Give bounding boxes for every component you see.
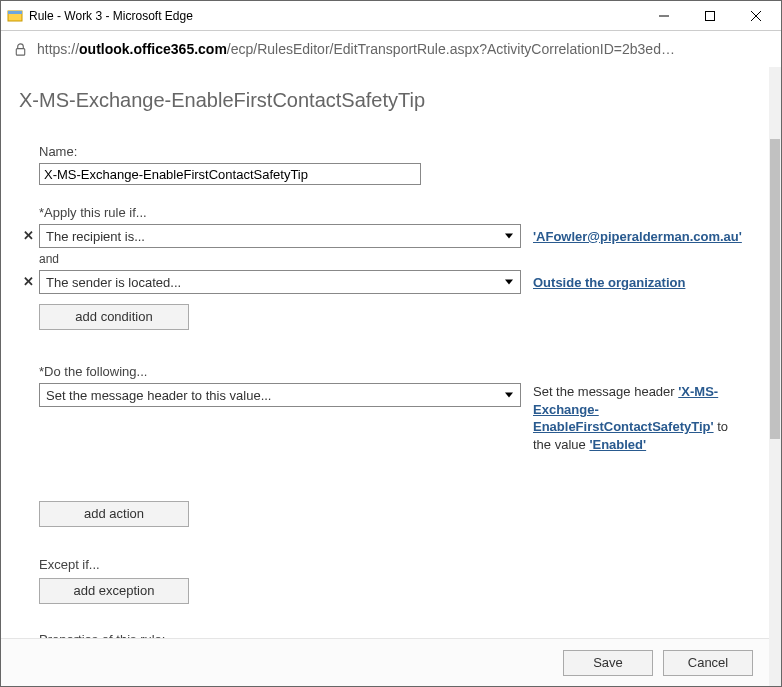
url-path: /ecp/RulesEditor/EditTransportRule.aspx?…	[227, 41, 675, 57]
window-minimize-button[interactable]	[641, 1, 687, 31]
dropdown-label: The sender is located...	[46, 275, 181, 290]
condition-row: ✕ The sender is located... Outside the o…	[39, 270, 747, 294]
page-title: X-MS-Exchange-EnableFirstContactSafetyTi…	[19, 89, 751, 112]
action-dropdown[interactable]: Set the message header to this value...	[39, 383, 521, 407]
save-button[interactable]: Save	[563, 650, 653, 676]
condition-dropdown-sender-location[interactable]: The sender is located...	[39, 270, 521, 294]
condition-value: 'AFowler@piperalderman.com.au'	[533, 229, 742, 244]
scrollbar-thumb[interactable]	[770, 139, 780, 439]
action-description: Set the message header 'X-MS-Exchange-En…	[533, 383, 747, 453]
svg-rect-6	[16, 48, 24, 55]
page-content: X-MS-Exchange-EnableFirstContactSafetyTi…	[1, 67, 769, 686]
apply-if-label: *Apply this rule if...	[39, 205, 747, 220]
condition-value-link[interactable]: 'AFowler@piperalderman.com.au'	[533, 229, 742, 244]
window-titlebar: Rule - Work 3 - Microsoft Edge	[1, 1, 781, 31]
address-bar: https://outlook.office365.com/ecp/RulesE…	[1, 31, 781, 67]
remove-condition-icon[interactable]: ✕	[21, 275, 35, 289]
svg-rect-1	[8, 11, 22, 14]
except-if-label: Except if...	[39, 557, 747, 572]
cancel-button[interactable]: Cancel	[663, 650, 753, 676]
window-maximize-button[interactable]	[687, 1, 733, 31]
remove-condition-icon[interactable]: ✕	[21, 229, 35, 243]
vertical-scrollbar[interactable]	[769, 67, 781, 686]
condition-row: ✕ The recipient is... 'AFowler@piperalde…	[39, 224, 747, 248]
dropdown-label: Set the message header to this value...	[46, 388, 271, 403]
add-exception-button[interactable]: add exception	[39, 578, 189, 604]
condition-value: Outside the organization	[533, 275, 685, 290]
add-action-button[interactable]: add action	[39, 501, 189, 527]
action-desc-text: Set the message header	[533, 384, 678, 399]
dialog-footer: Save Cancel	[1, 638, 769, 686]
condition-dropdown-recipient[interactable]: The recipient is...	[39, 224, 521, 248]
window-title: Rule - Work 3 - Microsoft Edge	[29, 9, 641, 23]
condition-value-link[interactable]: Outside the organization	[533, 275, 685, 290]
window-close-button[interactable]	[733, 1, 779, 31]
svg-rect-3	[706, 11, 715, 20]
do-following-label: *Do the following...	[39, 364, 747, 379]
url-text[interactable]: https://outlook.office365.com/ecp/RulesE…	[37, 41, 771, 57]
dropdown-label: The recipient is...	[46, 229, 145, 244]
lock-icon	[11, 40, 29, 58]
action-value-link[interactable]: 'Enabled'	[589, 437, 646, 452]
and-label: and	[39, 252, 747, 266]
app-icon	[7, 8, 23, 24]
name-label: Name:	[39, 144, 747, 159]
action-row: Set the message header to this value... …	[39, 383, 747, 453]
rule-name-input[interactable]	[39, 163, 421, 185]
add-condition-button[interactable]: add condition	[39, 304, 189, 330]
url-host: outlook.office365.com	[79, 41, 227, 57]
